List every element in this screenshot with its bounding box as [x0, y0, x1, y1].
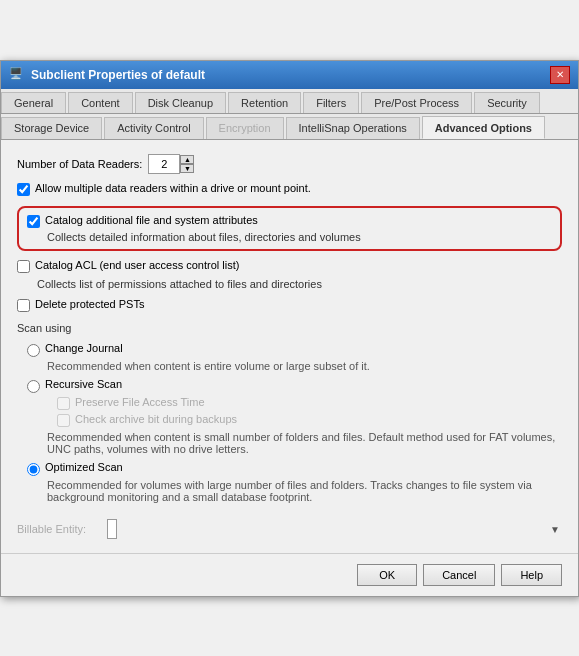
- help-button[interactable]: Help: [501, 564, 562, 586]
- allow-multiple-label: Allow multiple data readers within a dri…: [35, 182, 311, 194]
- delete-psts-label: Delete protected PSTs: [35, 298, 144, 310]
- catalog-attrs-label: Catalog additional file and system attri…: [45, 214, 258, 226]
- catalog-acl-row: Catalog ACL (end user access control lis…: [17, 259, 562, 273]
- preserve-access-label: Preserve File Access Time: [75, 396, 205, 408]
- content-area: Number of Data Readers: 2 ▲ ▼ Allow mult…: [1, 140, 578, 553]
- tab-encryption: Encryption: [206, 117, 284, 139]
- spinbox-up-button[interactable]: ▲: [180, 155, 194, 164]
- billable-select[interactable]: [107, 519, 117, 539]
- cancel-button[interactable]: Cancel: [423, 564, 495, 586]
- tab-advanced-options[interactable]: Advanced Options: [422, 116, 545, 139]
- data-readers-input[interactable]: 2: [148, 154, 180, 174]
- chevron-down-icon: ▼: [550, 523, 560, 534]
- tab-storage-device[interactable]: Storage Device: [1, 117, 102, 139]
- change-journal-radio[interactable]: [27, 344, 40, 357]
- preserve-access-row: Preserve File Access Time: [57, 396, 562, 410]
- bottom-bar: OK Cancel Help: [1, 553, 578, 596]
- change-journal-desc: Recommended when content is entire volum…: [27, 360, 562, 372]
- catalog-acl-label: Catalog ACL (end user access control lis…: [35, 259, 239, 271]
- delete-psts-checkbox[interactable]: [17, 299, 30, 312]
- catalog-acl-desc: Collects list of permissions attached to…: [17, 278, 562, 290]
- billable-label: Billable Entity:: [17, 523, 97, 535]
- billable-select-wrapper: ▼: [107, 519, 562, 539]
- close-button[interactable]: ✕: [550, 66, 570, 84]
- check-archive-row: Check archive bit during backups: [57, 413, 562, 427]
- recursive-desc: Recommended when content is small number…: [27, 431, 562, 455]
- recursive-scan-row: Recursive Scan: [27, 378, 562, 393]
- scan-using-label: Scan using: [17, 322, 562, 334]
- catalog-attrs-box: Catalog additional file and system attri…: [17, 206, 562, 251]
- data-readers-row: Number of Data Readers: 2 ▲ ▼: [17, 154, 562, 174]
- recursive-scan-label: Recursive Scan: [45, 378, 122, 390]
- window-title: Subclient Properties of default: [31, 68, 205, 82]
- optimized-scan-label: Optimized Scan: [45, 461, 123, 473]
- tab-retention[interactable]: Retention: [228, 92, 301, 113]
- optimized-scan-radio[interactable]: [27, 463, 40, 476]
- catalog-acl-checkbox[interactable]: [17, 260, 30, 273]
- change-journal-label: Change Journal: [45, 342, 123, 354]
- tab-activity-control[interactable]: Activity Control: [104, 117, 203, 139]
- scan-radio-group: Change Journal Recommended when content …: [17, 342, 562, 503]
- title-bar: 🖥️ Subclient Properties of default ✕: [1, 61, 578, 89]
- catalog-attrs-row: Catalog additional file and system attri…: [27, 214, 552, 228]
- tab-content[interactable]: Content: [68, 92, 133, 113]
- check-archive-checkbox: [57, 414, 70, 427]
- recursive-sub-options: Preserve File Access Time Check archive …: [27, 396, 562, 427]
- main-window: 🖥️ Subclient Properties of default ✕ Gen…: [0, 60, 579, 597]
- check-archive-label: Check archive bit during backups: [75, 413, 237, 425]
- allow-multiple-checkbox[interactable]: [17, 183, 30, 196]
- change-journal-row: Change Journal: [27, 342, 562, 357]
- allow-multiple-row: Allow multiple data readers within a dri…: [17, 182, 562, 196]
- data-readers-spinbox: 2 ▲ ▼: [148, 154, 194, 174]
- tab-filters[interactable]: Filters: [303, 92, 359, 113]
- optimized-desc: Recommended for volumes with large numbe…: [27, 479, 562, 503]
- tab-row-2: Storage Device Activity Control Encrypti…: [1, 114, 578, 140]
- tab-disk-cleanup[interactable]: Disk Cleanup: [135, 92, 226, 113]
- tab-pre-post[interactable]: Pre/Post Process: [361, 92, 472, 113]
- spinbox-down-button[interactable]: ▼: [180, 164, 194, 173]
- tab-security[interactable]: Security: [474, 92, 540, 113]
- recursive-scan-radio[interactable]: [27, 380, 40, 393]
- catalog-attrs-desc: Collects detailed information about file…: [27, 231, 552, 243]
- preserve-access-checkbox: [57, 397, 70, 410]
- tab-general[interactable]: General: [1, 92, 66, 113]
- tab-row-1: General Content Disk Cleanup Retention F…: [1, 89, 578, 114]
- window-icon: 🖥️: [9, 67, 25, 83]
- optimized-scan-row: Optimized Scan: [27, 461, 562, 476]
- tab-intellisnap[interactable]: IntelliSnap Operations: [286, 117, 420, 139]
- catalog-attrs-checkbox[interactable]: [27, 215, 40, 228]
- delete-psts-row: Delete protected PSTs: [17, 298, 562, 312]
- data-readers-label: Number of Data Readers:: [17, 158, 142, 170]
- billable-row: Billable Entity: ▼: [17, 519, 562, 539]
- ok-button[interactable]: OK: [357, 564, 417, 586]
